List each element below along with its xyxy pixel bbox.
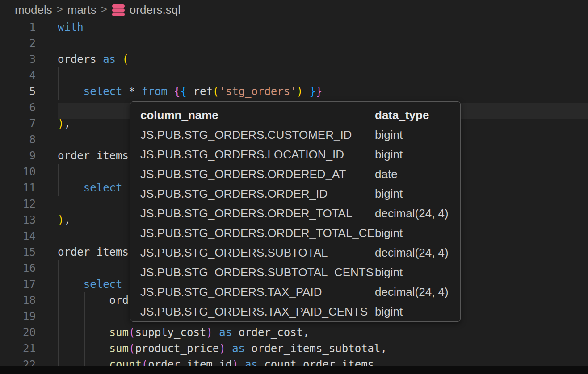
line-number[interactable]: 21 [0,341,36,357]
code-text: sum(product_price) as order_items_subtot… [58,341,387,357]
token: ) [206,326,212,339]
line-number[interactable]: 6 [0,100,36,116]
code-text: with [58,19,84,35]
popup-cell-column-name: JS.PUB.STG_ORDERS.ORDERED_AT [140,164,375,184]
popup-cell-data-type: date [375,164,398,184]
popup-cell-data-type: bigint [375,125,403,145]
breadcrumb-item-models[interactable]: models [15,3,52,17]
token: as [103,53,122,66]
code-line-1[interactable]: 1with [0,19,588,35]
line-number[interactable]: 5 [0,83,36,100]
token: ref [187,85,213,98]
line-number[interactable]: 7 [0,116,36,132]
token: , [64,214,70,226]
code-text: sum(supply_cost) as order_cost, [58,324,310,341]
popup-table-row: JS.PUB.STG_ORDERS.ORDER_TOTALdecimal(24,… [140,204,460,223]
token: sum [109,326,129,339]
popup-table-row: JS.PUB.STG_ORDERS.TAX_PAID_CENTSbigint [140,302,460,321]
code-text: select * from {{ ref('stg_orders') }} [58,83,322,100]
popup-cell-data-type: decimal(24, 4) [375,282,449,302]
token [58,326,109,339]
popup-cell-data-type: bigint [375,223,403,243]
hover-popup-table: column_name data_type JS.PUB.STG_ORDERS.… [130,101,461,322]
breadcrumb-item-file[interactable]: orders.sql [130,3,181,17]
token [226,342,232,355]
popup-header-row: column_name data_type [140,105,460,125]
token: order_cost, [239,326,310,339]
token [58,182,84,194]
token: 'stg_orders' [219,85,296,98]
popup-table-row: JS.PUB.STG_ORDERS.ORDERED_ATdate [140,164,460,184]
token [303,85,309,98]
line-number[interactable]: 12 [0,196,36,212]
token: select [84,278,122,291]
line-number[interactable]: 8 [0,132,36,148]
line-number[interactable]: 18 [0,292,36,308]
line-number[interactable]: 4 [0,67,36,83]
popup-cell-column-name: JS.PUB.STG_ORDERS.TAX_PAID [140,282,375,302]
token: product_price [135,342,219,355]
line-number[interactable]: 1 [0,19,36,35]
token: orders [58,53,103,66]
popup-cell-data-type: decimal(24, 4) [375,243,449,262]
code-line-2[interactable]: 2 [0,35,588,51]
line-number[interactable]: 17 [0,276,36,292]
line-number[interactable]: 14 [0,228,36,244]
code-line-3[interactable]: 3orders as ( [0,51,588,67]
line-number[interactable]: 10 [0,164,36,180]
token: select [84,182,122,194]
popup-cell-column-name: JS.PUB.STG_ORDERS.ORDER_TOTAL_CENTS [140,223,375,243]
line-number[interactable]: 19 [0,308,36,324]
database-icon [112,4,125,17]
code-line-4[interactable]: 4 [0,67,588,83]
token: ( [129,326,135,339]
code-text: select [58,276,122,292]
popup-cell-data-type: bigint [375,262,403,282]
breadcrumb: models > marts > orders.sql [15,0,181,20]
token: with [58,21,84,33]
popup-cell-column-name: JS.PUB.STG_ORDERS.ORDER_TOTAL [140,204,375,223]
token [58,85,84,98]
line-number[interactable]: 15 [0,244,36,260]
code-line-20[interactable]: 20 sum(supply_cost) as order_cost, [0,324,588,341]
token: ( [122,53,129,66]
popup-cell-column-name: JS.PUB.STG_ORDERS.ORDER_ID [140,184,375,204]
popup-cell-column-name: JS.PUB.STG_ORDERS.SUBTOTAL_CENTS [140,262,375,282]
chevron-right-icon: > [57,3,63,16]
popup-cell-data-type: decimal(24, 4) [375,204,449,223]
code-line-21[interactable]: 21 sum(product_price) as order_items_sub… [0,341,588,357]
bottom-panel-edge [0,366,588,374]
popup-table-row: JS.PUB.STG_ORDERS.ORDER_TOTAL_CENTSbigin… [140,223,460,243]
token: ) [219,342,225,355]
token: } [316,85,322,98]
token: order_items_subtotal, [252,342,387,355]
token [58,342,109,355]
popup-table-row: JS.PUB.STG_ORDERS.LOCATION_IDbigint [140,145,460,164]
chevron-right-icon: > [101,3,107,16]
popup-header-data-type: data_type [375,105,429,125]
token: ) [297,85,303,98]
code-line-5[interactable]: 5 select * from {{ ref('stg_orders') }} [0,83,588,100]
line-number[interactable]: 11 [0,180,36,196]
token: select [84,85,129,98]
line-number[interactable]: 16 [0,260,36,276]
line-number[interactable]: 3 [0,51,36,67]
token: from [142,85,174,98]
code-text: orders as ( [58,51,129,67]
popup-table-row: JS.PUB.STG_ORDERS.ORDER_IDbigint [140,184,460,204]
popup-cell-data-type: bigint [375,184,403,204]
code-text: order_items [58,148,129,164]
breadcrumb-item-marts[interactable]: marts [67,3,97,17]
token [58,294,109,307]
popup-header-column-name: column_name [140,105,375,125]
line-number[interactable]: 2 [0,35,36,51]
token: , [64,117,70,130]
popup-table-row: JS.PUB.STG_ORDERS.TAX_PAIDdecimal(24, 4) [140,282,460,302]
code-text: ), [58,212,71,228]
line-number[interactable]: 13 [0,212,36,228]
line-number[interactable]: 9 [0,148,36,164]
line-number[interactable]: 20 [0,324,36,341]
code-text: select [58,180,122,196]
code-text: order_items [58,244,129,260]
popup-cell-data-type: bigint [375,302,403,321]
